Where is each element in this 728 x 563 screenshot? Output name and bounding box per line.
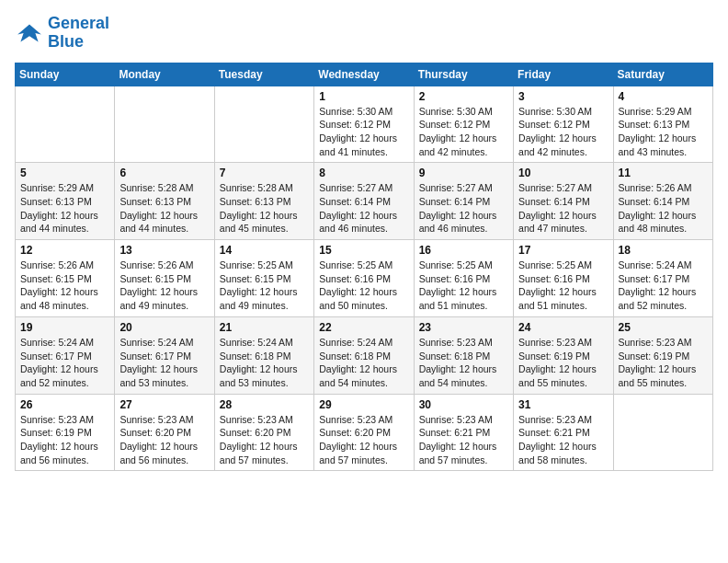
day-info: Sunrise: 5:29 AM Sunset: 6:13 PM Dayligh… — [619, 105, 708, 159]
calendar-cell: 19Sunrise: 5:24 AM Sunset: 6:17 PM Dayli… — [16, 316, 115, 394]
day-info: Sunrise: 5:24 AM Sunset: 6:17 PM Dayligh… — [619, 259, 708, 313]
day-number: 17 — [518, 244, 608, 257]
calendar-cell: 8Sunrise: 5:27 AM Sunset: 6:14 PM Daylig… — [314, 163, 414, 240]
day-info: Sunrise: 5:23 AM Sunset: 6:21 PM Dayligh… — [419, 413, 508, 467]
calendar-cell: 2Sunrise: 5:30 AM Sunset: 6:12 PM Daylig… — [414, 86, 513, 163]
day-number: 11 — [619, 167, 708, 179]
day-number: 24 — [518, 321, 608, 334]
day-number: 3 — [518, 90, 608, 103]
day-number: 31 — [518, 398, 608, 411]
day-info: Sunrise: 5:26 AM Sunset: 6:15 PM Dayligh… — [119, 259, 209, 313]
calendar-header-cell: Tuesday — [214, 63, 313, 86]
day-info: Sunrise: 5:28 AM Sunset: 6:13 PM Dayligh… — [119, 181, 209, 236]
calendar-cell: 10Sunrise: 5:27 AM Sunset: 6:14 PM Dayli… — [514, 163, 613, 240]
day-number: 30 — [419, 398, 508, 411]
calendar-week-row: 5Sunrise: 5:29 AM Sunset: 6:13 PM Daylig… — [16, 163, 713, 240]
day-number: 12 — [20, 244, 109, 257]
day-info: Sunrise: 5:25 AM Sunset: 6:15 PM Dayligh… — [220, 259, 309, 313]
day-number: 19 — [20, 321, 109, 334]
day-info: Sunrise: 5:23 AM Sunset: 6:19 PM Dayligh… — [20, 413, 109, 467]
calendar-cell: 29Sunrise: 5:23 AM Sunset: 6:20 PM Dayli… — [314, 394, 414, 471]
day-info: Sunrise: 5:23 AM Sunset: 6:20 PM Dayligh… — [220, 413, 309, 467]
calendar-cell: 3Sunrise: 5:30 AM Sunset: 6:12 PM Daylig… — [514, 86, 613, 163]
day-info: Sunrise: 5:30 AM Sunset: 6:12 PM Dayligh… — [419, 105, 508, 159]
day-info: Sunrise: 5:26 AM Sunset: 6:15 PM Dayligh… — [20, 259, 109, 313]
day-info: Sunrise: 5:23 AM Sunset: 6:18 PM Dayligh… — [419, 336, 508, 390]
day-info: Sunrise: 5:23 AM Sunset: 6:19 PM Dayligh… — [518, 336, 608, 390]
calendar-cell: 4Sunrise: 5:29 AM Sunset: 6:13 PM Daylig… — [613, 86, 712, 163]
calendar-cell: 6Sunrise: 5:28 AM Sunset: 6:13 PM Daylig… — [115, 163, 214, 240]
calendar-week-row: 26Sunrise: 5:23 AM Sunset: 6:19 PM Dayli… — [16, 394, 713, 471]
day-number: 27 — [119, 398, 209, 411]
calendar-cell: 31Sunrise: 5:23 AM Sunset: 6:21 PM Dayli… — [514, 394, 613, 471]
calendar-cell: 12Sunrise: 5:26 AM Sunset: 6:15 PM Dayli… — [16, 240, 115, 317]
day-number: 4 — [619, 90, 708, 103]
calendar-cell: 5Sunrise: 5:29 AM Sunset: 6:13 PM Daylig… — [16, 163, 115, 240]
calendar-cell: 14Sunrise: 5:25 AM Sunset: 6:15 PM Dayli… — [214, 240, 313, 317]
day-info: Sunrise: 5:27 AM Sunset: 6:14 PM Dayligh… — [419, 181, 508, 236]
calendar-cell: 16Sunrise: 5:25 AM Sunset: 6:16 PM Dayli… — [414, 240, 513, 317]
calendar-cell: 1Sunrise: 5:30 AM Sunset: 6:12 PM Daylig… — [314, 86, 414, 163]
calendar-week-row: 19Sunrise: 5:24 AM Sunset: 6:17 PM Dayli… — [16, 316, 713, 394]
calendar-header-row: SundayMondayTuesdayWednesdayThursdayFrid… — [16, 63, 713, 86]
calendar-header-cell: Wednesday — [314, 63, 414, 86]
day-number: 9 — [419, 167, 508, 179]
calendar-cell — [214, 86, 313, 163]
calendar-week-row: 1Sunrise: 5:30 AM Sunset: 6:12 PM Daylig… — [16, 86, 713, 163]
calendar-cell: 24Sunrise: 5:23 AM Sunset: 6:19 PM Dayli… — [514, 316, 613, 394]
calendar-cell: 23Sunrise: 5:23 AM Sunset: 6:18 PM Dayli… — [414, 316, 513, 394]
calendar-week-row: 12Sunrise: 5:26 AM Sunset: 6:15 PM Dayli… — [16, 240, 713, 317]
day-number: 26 — [20, 398, 109, 411]
day-number: 5 — [20, 167, 109, 179]
calendar-cell: 15Sunrise: 5:25 AM Sunset: 6:16 PM Dayli… — [314, 240, 414, 317]
day-info: Sunrise: 5:30 AM Sunset: 6:12 PM Dayligh… — [518, 105, 608, 159]
day-info: Sunrise: 5:25 AM Sunset: 6:16 PM Dayligh… — [319, 259, 408, 313]
day-info: Sunrise: 5:27 AM Sunset: 6:14 PM Dayligh… — [319, 181, 408, 236]
calendar-cell: 9Sunrise: 5:27 AM Sunset: 6:14 PM Daylig… — [414, 163, 513, 240]
day-number: 6 — [119, 167, 209, 179]
day-info: Sunrise: 5:24 AM Sunset: 6:18 PM Dayligh… — [220, 336, 309, 390]
logo-icon — [15, 18, 44, 48]
day-info: Sunrise: 5:30 AM Sunset: 6:12 PM Dayligh… — [319, 105, 408, 159]
calendar-header-cell: Saturday — [613, 63, 712, 86]
calendar-cell: 27Sunrise: 5:23 AM Sunset: 6:20 PM Dayli… — [115, 394, 214, 471]
day-number: 20 — [119, 321, 209, 334]
calendar-cell: 13Sunrise: 5:26 AM Sunset: 6:15 PM Dayli… — [115, 240, 214, 317]
day-info: Sunrise: 5:29 AM Sunset: 6:13 PM Dayligh… — [20, 181, 109, 236]
calendar-header-cell: Monday — [115, 63, 214, 86]
day-number: 29 — [319, 398, 408, 411]
calendar-cell: 17Sunrise: 5:25 AM Sunset: 6:16 PM Dayli… — [514, 240, 613, 317]
logo: GeneralBlue — [15, 15, 109, 52]
calendar-cell: 20Sunrise: 5:24 AM Sunset: 6:17 PM Dayli… — [115, 316, 214, 394]
calendar-cell: 18Sunrise: 5:24 AM Sunset: 6:17 PM Dayli… — [613, 240, 712, 317]
day-info: Sunrise: 5:25 AM Sunset: 6:16 PM Dayligh… — [419, 259, 508, 313]
calendar-cell: 22Sunrise: 5:24 AM Sunset: 6:18 PM Dayli… — [314, 316, 414, 394]
calendar-table: SundayMondayTuesdayWednesdayThursdayFrid… — [15, 63, 713, 472]
day-info: Sunrise: 5:26 AM Sunset: 6:14 PM Dayligh… — [619, 181, 708, 236]
calendar-cell: 28Sunrise: 5:23 AM Sunset: 6:20 PM Dayli… — [214, 394, 313, 471]
calendar-cell: 30Sunrise: 5:23 AM Sunset: 6:21 PM Dayli… — [414, 394, 513, 471]
day-number: 23 — [419, 321, 508, 334]
page-header: GeneralBlue — [15, 15, 713, 52]
calendar-cell: 25Sunrise: 5:23 AM Sunset: 6:19 PM Dayli… — [613, 316, 712, 394]
day-number: 1 — [319, 90, 408, 103]
logo-text: GeneralBlue — [48, 15, 109, 52]
day-info: Sunrise: 5:28 AM Sunset: 6:13 PM Dayligh… — [220, 181, 309, 236]
day-info: Sunrise: 5:27 AM Sunset: 6:14 PM Dayligh… — [518, 181, 608, 236]
day-info: Sunrise: 5:23 AM Sunset: 6:20 PM Dayligh… — [119, 413, 209, 467]
calendar-cell — [613, 394, 712, 471]
calendar-header-cell: Thursday — [414, 63, 513, 86]
calendar-cell: 21Sunrise: 5:24 AM Sunset: 6:18 PM Dayli… — [214, 316, 313, 394]
day-info: Sunrise: 5:24 AM Sunset: 6:17 PM Dayligh… — [119, 336, 209, 390]
day-info: Sunrise: 5:25 AM Sunset: 6:16 PM Dayligh… — [518, 259, 608, 313]
day-number: 22 — [319, 321, 408, 334]
calendar-cell: 7Sunrise: 5:28 AM Sunset: 6:13 PM Daylig… — [214, 163, 313, 240]
day-number: 25 — [619, 321, 708, 334]
day-number: 16 — [419, 244, 508, 257]
calendar-cell: 26Sunrise: 5:23 AM Sunset: 6:19 PM Dayli… — [16, 394, 115, 471]
calendar-body: 1Sunrise: 5:30 AM Sunset: 6:12 PM Daylig… — [16, 86, 713, 471]
day-number: 13 — [119, 244, 209, 257]
day-number: 7 — [220, 167, 309, 179]
calendar-cell — [16, 86, 115, 163]
day-info: Sunrise: 5:24 AM Sunset: 6:18 PM Dayligh… — [319, 336, 408, 390]
